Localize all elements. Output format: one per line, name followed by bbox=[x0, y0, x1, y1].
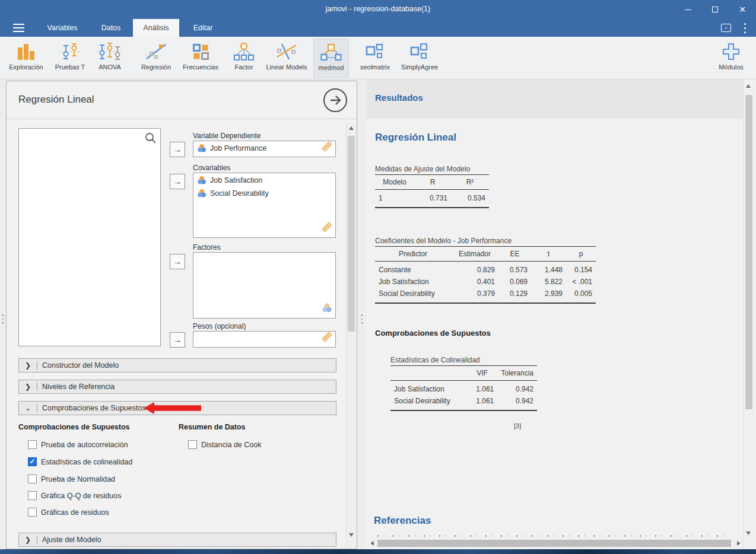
analysis-ribbon: Exploración Pruebas T ANOVA bbox=[0, 37, 756, 79]
results-panel: Resultados Regresión Lineal Medidas de A… bbox=[367, 79, 756, 549]
section-niveles-de-referencia[interactable]: ❯ Niveles de Referencia bbox=[18, 380, 336, 394]
scroll-up-icon[interactable] bbox=[349, 126, 354, 130]
covariates-box[interactable]: Job Satisfaction Social Desirability bbox=[193, 173, 336, 238]
results-heading: Resultados bbox=[375, 93, 423, 103]
chevron-right-icon: ❯ bbox=[19, 383, 37, 391]
linear-models-icon bbox=[263, 42, 310, 62]
factors-box[interactable] bbox=[193, 252, 336, 319]
right-arrow-icon bbox=[328, 93, 342, 107]
collinearity-table[interactable]: VIF Tolerancia Job Satisfaction 1.061 0.… bbox=[390, 365, 537, 411]
minimize-button[interactable] bbox=[674, 0, 701, 19]
assign-weights-button[interactable]: → bbox=[170, 332, 185, 348]
weights-box[interactable] bbox=[193, 331, 336, 348]
frequencies-icon bbox=[179, 42, 222, 62]
references-heading[interactable]: Referencias bbox=[374, 515, 431, 527]
data-summary-heading: Resumen de Datos bbox=[179, 423, 246, 431]
options-scrollbar-thumb[interactable] bbox=[348, 136, 355, 332]
checkbox[interactable] bbox=[188, 440, 197, 449]
regression-icon bbox=[134, 42, 178, 62]
medmod-icon bbox=[314, 42, 348, 62]
scroll-down-icon[interactable] bbox=[349, 533, 354, 537]
continuous-variable-icon bbox=[197, 144, 207, 153]
results-vertical-scrollbar[interactable] bbox=[743, 79, 754, 549]
collinearity-table-caption: Estadísticas de Colinealidad bbox=[390, 356, 480, 364]
scroll-up-icon[interactable] bbox=[746, 84, 751, 88]
chevron-right-icon: ❯ bbox=[19, 361, 37, 370]
horizontal-scrollbar-thumb[interactable] bbox=[377, 540, 731, 547]
model-fit-table[interactable]: Modelo R R² 1 0.731 0.534 bbox=[375, 174, 489, 208]
ribbon-seolmatrix-button[interactable]: seolmatrix bbox=[355, 39, 395, 78]
ribbon-medmod-button[interactable]: medmod bbox=[313, 39, 349, 78]
ribbon-exploracion-button[interactable]: Exploración bbox=[5, 39, 47, 78]
assign-factors-button[interactable]: → bbox=[170, 254, 185, 269]
results-analysis-title[interactable]: Regresión Lineal bbox=[375, 132, 456, 144]
section-ajuste-del-modelo[interactable]: ❯ Ajuste del Modelo bbox=[18, 533, 336, 547]
results-horizontal-scrollbar[interactable] bbox=[368, 539, 743, 548]
continuous-variable-icon bbox=[197, 176, 207, 185]
scroll-down-icon[interactable] bbox=[746, 531, 751, 535]
anova-icon bbox=[91, 42, 128, 62]
maximize-button[interactable] bbox=[701, 0, 729, 19]
checkbox[interactable] bbox=[28, 475, 37, 483]
variable-item[interactable]: Job Satisfaction bbox=[193, 173, 335, 186]
variable-item[interactable]: Social Desirability bbox=[193, 186, 335, 199]
ribbon-modulos-button[interactable]: Módulos bbox=[711, 39, 751, 78]
modules-plus-icon bbox=[711, 42, 751, 62]
analysis-options-panel: Regresión Lineal → → → → Variable Depend… bbox=[6, 81, 357, 549]
ribbon-anova-button[interactable]: ANOVA bbox=[91, 39, 128, 78]
available-variables-list[interactable] bbox=[18, 128, 161, 346]
tab-datos[interactable]: Datos bbox=[95, 19, 127, 37]
assign-dependent-button[interactable]: → bbox=[170, 142, 185, 157]
table-row: Job Satisfaction 0.401 0.069 5.822 < .00… bbox=[375, 276, 596, 288]
checkbox[interactable] bbox=[28, 457, 37, 466]
scroll-left-icon[interactable] bbox=[370, 541, 374, 546]
collapse-options-button[interactable] bbox=[323, 88, 347, 112]
checkbox[interactable] bbox=[28, 491, 37, 500]
panel-splitter-grip[interactable] bbox=[361, 313, 363, 325]
continuous-type-ruler-icon bbox=[322, 222, 332, 235]
left-splitter-grip[interactable] bbox=[2, 313, 4, 325]
coefficients-table[interactable]: Predictor Estimador EE t p Constante 0.8… bbox=[375, 246, 596, 304]
variable-item[interactable]: Job Performance bbox=[193, 141, 335, 154]
dependent-box[interactable]: Job Performance bbox=[193, 141, 336, 157]
checkbox[interactable] bbox=[28, 508, 37, 517]
close-icon: ✕ bbox=[739, 5, 746, 14]
ribbon-linear-models-button[interactable]: Linear Models bbox=[263, 39, 310, 78]
tab-variables[interactable]: Variables bbox=[43, 19, 82, 37]
coefficients-table-caption: Coeficientes del Modelo - Job Performanc… bbox=[375, 237, 512, 245]
tab-analisis[interactable]: Análisis bbox=[133, 19, 179, 37]
search-icon[interactable] bbox=[144, 132, 157, 147]
scroll-right-icon[interactable] bbox=[737, 541, 741, 546]
results-scrollbar-thumb[interactable] bbox=[745, 95, 752, 409]
options-scrollbar[interactable] bbox=[346, 123, 356, 549]
table-footnote: [3] bbox=[514, 422, 521, 429]
ribbon-frecuencias-button[interactable]: Frecuencias bbox=[179, 39, 222, 78]
section-constructor-del-modelo[interactable]: ❯ Constructor del Modelo bbox=[18, 358, 336, 372]
assign-covariates-button[interactable]: → bbox=[170, 174, 185, 189]
factors-label: Factores bbox=[193, 243, 221, 251]
bar-chart-icon bbox=[5, 42, 47, 62]
tab-editar[interactable]: Editar bbox=[189, 19, 217, 37]
kebab-menu-icon[interactable] bbox=[744, 23, 747, 33]
t-test-icon bbox=[51, 42, 89, 62]
fit-table-caption: Medidas de Ajuste del Modelo bbox=[375, 165, 470, 173]
ribbon-factor-button[interactable]: Factor bbox=[227, 39, 261, 78]
hamburger-menu-icon[interactable] bbox=[13, 24, 24, 32]
results-header-band: Resultados bbox=[367, 79, 743, 119]
ribbon-regresion-button[interactable]: Regresión bbox=[134, 39, 178, 78]
dependent-label: Variable Dependiente bbox=[193, 132, 261, 140]
assumption-checks-heading: Comprobaciones de Supuestos bbox=[18, 423, 130, 431]
ribbon-pruebas-t-button[interactable]: Pruebas T bbox=[51, 39, 89, 78]
chevron-right-icon: ❯ bbox=[19, 536, 37, 544]
annotation-red-arrow bbox=[143, 402, 202, 417]
continuous-type-ruler-icon bbox=[322, 332, 332, 345]
ribbon-simplyagree-button[interactable]: SimplyAgree bbox=[398, 39, 441, 78]
results-panel-toggle-icon[interactable]: ‹ bbox=[721, 24, 731, 32]
weights-label: Pesos (opcional) bbox=[193, 322, 246, 330]
table-row: 1 0.731 0.534 bbox=[375, 190, 489, 208]
continuous-type-ruler-icon bbox=[322, 141, 332, 154]
checkbox[interactable] bbox=[28, 440, 37, 449]
table-row: Constante 0.829 0.573 1.448 0.154 bbox=[375, 262, 596, 276]
close-button[interactable]: ✕ bbox=[729, 0, 756, 19]
clipped-reference-text bbox=[377, 535, 729, 537]
